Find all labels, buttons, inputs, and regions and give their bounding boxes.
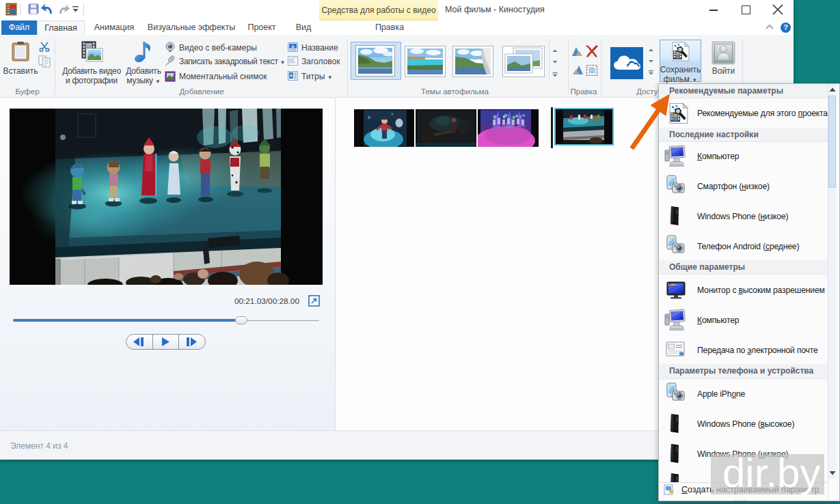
svg-text:A: A <box>291 44 295 50</box>
svg-text:A: A <box>289 72 293 79</box>
